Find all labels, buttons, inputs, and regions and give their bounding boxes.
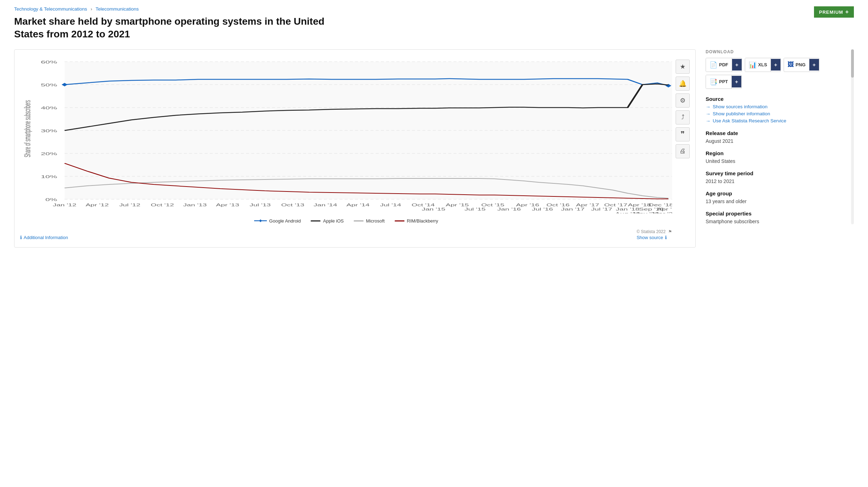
research-arrow-icon: → [706,118,711,124]
premium-button[interactable]: PREMIUM + [814,6,854,18]
additional-info-link[interactable]: ℹ Additional Information [20,235,68,240]
show-sources-text: Show sources information [713,104,767,109]
svg-text:Oct '13: Oct '13 [281,203,304,207]
breadcrumb-telecom[interactable]: Telecommunications [96,6,139,12]
research-service-link[interactable]: → Use Ask Statista Research Service [706,118,854,124]
svg-text:Apr '14: Apr '14 [346,203,370,207]
research-service-text: Use Ask Statista Research Service [713,118,786,123]
right-panel-wrapper: DOWNLOAD 📄 PDF + 📊 XLS [706,49,854,224]
svg-text:Oct '12: Oct '12 [151,203,174,207]
xls-text: XLS [758,62,767,67]
png-label: 🖼 PNG [784,58,809,71]
svg-text:60%: 60% [41,60,57,64]
breadcrumb: Technology & Telecommunications › Teleco… [14,6,854,12]
star-button[interactable]: ★ [676,60,690,74]
special-properties-value: Smartphone subscribers [706,219,854,224]
svg-text:20%: 20% [41,152,57,156]
ppt-plus: + [732,76,741,87]
download-buttons: 📄 PDF + 📊 XLS + [706,58,854,89]
age-group-section: Age group 13 years and older [706,190,854,204]
xls-icon: 📊 [749,61,756,69]
svg-text:Jul '14: Jul '14 [380,203,401,207]
android-legend-icon [254,219,267,223]
right-panel: DOWNLOAD 📄 PDF + 📊 XLS [706,49,854,224]
quote-button[interactable]: ❞ [676,127,690,141]
svg-text:Oct '15: Oct '15 [481,203,504,207]
star-icon: ★ [680,63,686,71]
svg-text:Apr '12: Apr '12 [85,203,109,207]
chart-container: 0% 10% 20% 30% 40% 50% 60% Share of smar… [20,58,672,213]
show-sources-link[interactable]: → Show sources information [706,104,854,110]
svg-text:Jan '14: Jan '14 [313,203,337,207]
region-value: United States [706,158,854,164]
ppt-download-btn[interactable]: 📑 PPT + [706,75,742,89]
png-download-btn[interactable]: 🖼 PNG + [784,58,819,72]
scrollbar-thumb[interactable] [851,49,854,78]
show-publisher-text: Show publisher information [713,111,770,116]
chart-card: 0% 10% 20% 30% 40% 50% 60% Share of smar… [14,49,696,248]
svg-text:Jan '12: Jan '12 [53,203,76,207]
svg-text:Oct '14: Oct '14 [412,203,435,207]
svg-text:Jan '18: Jan '18 [616,207,640,211]
legend-rim: RIM/Blackberry [395,218,438,224]
svg-text:Mar '21: Mar '21 [652,212,672,213]
svg-text:30%: 30% [41,129,57,133]
gear-icon: ⚙ [680,97,686,104]
special-properties-section: Special properties Smartphone subscriber… [706,211,854,224]
ms-legend-line [354,220,364,221]
additional-info-text: Additional Information [24,235,68,240]
legend-rim-label: RIM/Blackberry [407,218,438,224]
png-text: PNG [796,62,806,67]
pdf-label: 📄 PDF [706,58,732,72]
pdf-icon: 📄 [710,61,717,69]
svg-text:Jul '13: Jul '13 [250,203,271,207]
pdf-download-btn[interactable]: 📄 PDF + [706,58,742,72]
survey-time-value: 2012 to 2021 [706,178,854,184]
share-icon: ⤴ [681,114,684,121]
ppt-icon: 📑 [710,78,717,86]
legend-android: Google Android [254,218,301,224]
png-icon: 🖼 [788,61,794,68]
svg-text:Oct '17: Oct '17 [604,203,628,207]
legend-android-label: Google Android [269,218,301,224]
age-group-title: Age group [706,190,854,196]
download-section: DOWNLOAD 📄 PDF + 📊 XLS [706,49,854,89]
sources-arrow-icon: → [706,104,711,110]
publisher-arrow-icon: → [706,111,711,117]
ppt-label: 📑 PPT [706,75,732,89]
svg-text:Apr '19: Apr '19 [657,207,672,211]
svg-text:Apr '16: Apr '16 [516,203,539,207]
print-button[interactable]: 🖨 [676,144,690,158]
legend-ios-label: Apple iOS [323,218,344,224]
source-section: Source → Show sources information → Show… [706,96,854,124]
breadcrumb-tech[interactable]: Technology & Telecommunications [14,6,87,12]
svg-text:Jul '16: Jul '16 [532,207,553,211]
share-button[interactable]: ⤴ [676,110,690,124]
chart-main: 0% 10% 20% 30% 40% 50% 60% Share of smar… [20,58,672,240]
svg-text:Jan '13: Jan '13 [183,203,207,207]
legend-ios: Apple iOS [311,218,344,224]
xls-download-btn[interactable]: 📊 XLS + [745,58,781,72]
svg-text:Jul '17: Jul '17 [591,207,612,211]
age-group-value: 13 years and older [706,199,854,204]
info-icon-left: ℹ [20,235,22,240]
show-publisher-link[interactable]: → Show publisher information [706,111,854,117]
pdf-plus: + [732,59,742,71]
bell-icon: 🔔 [679,80,687,87]
svg-text:Apr '18: Apr '18 [628,203,651,207]
pdf-text: PDF [719,62,728,67]
ppt-text: PPT [719,79,728,84]
copyright-text: © Statista 2022 ⚑ [636,229,672,234]
bell-button[interactable]: 🔔 [676,77,690,91]
svg-text:Share of smartphone subscriber: Share of smartphone subscribers [23,100,32,157]
page-title: Market share held by smartphone operatin… [14,15,332,41]
release-date-value: August 2021 [706,138,854,144]
scrollbar-track[interactable] [851,49,854,224]
xls-label: 📊 XLS [745,58,771,72]
legend-ms-label: Microsoft [366,218,385,224]
print-icon: 🖨 [680,147,686,155]
legend-ms: Microsoft [354,218,385,224]
show-source-link[interactable]: Show source ℹ [636,235,672,240]
svg-text:Jul '12: Jul '12 [119,203,140,207]
settings-button[interactable]: ⚙ [676,93,690,108]
